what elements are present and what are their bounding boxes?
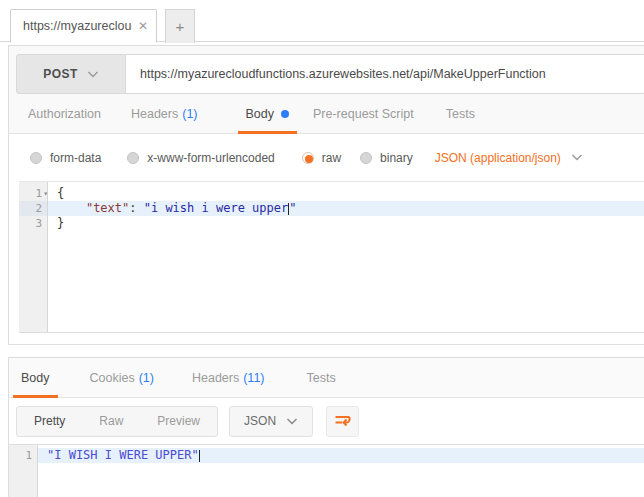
tab-label: Headers <box>131 107 178 121</box>
plus-icon: + <box>176 18 185 35</box>
body-type-selector: form-data x-www-form-urlencoded raw bina… <box>9 134 644 181</box>
json-string-close-quote: " <box>289 201 296 215</box>
radio-x-www-form-urlencoded[interactable]: x-www-form-urlencoded <box>127 151 274 165</box>
json-string-value: "i wish i were upper <box>144 201 289 215</box>
request-builder-panel: POST https://myazurecloudfunctions.azure… <box>8 45 644 345</box>
request-tab-bar: https://myazurecloud ✕ + <box>0 0 644 42</box>
response-tab-tests[interactable]: Tests <box>307 358 336 397</box>
radio-label: raw <box>322 151 341 165</box>
tab-body[interactable]: Body <box>246 94 290 133</box>
tab-count: (1) <box>182 107 197 121</box>
tab-authorization[interactable]: Authorization <box>28 94 101 133</box>
code-line-active: "text": "i wish i were upper" <box>48 201 644 216</box>
wrap-text-icon <box>334 414 351 429</box>
radio-icon <box>127 152 139 164</box>
response-tabs: Body Cookies (1) Headers (11) Tests <box>9 358 644 398</box>
tab-label: Authorization <box>28 107 101 121</box>
content-type-label: JSON (application/json) <box>435 151 561 165</box>
radio-selected-icon <box>302 152 314 164</box>
response-line: "I WISH I WERE UPPER" <box>38 448 644 463</box>
json-string-value: "I WISH I WERE UPPER" <box>47 448 199 462</box>
line-number: 3 <box>19 216 47 231</box>
radio-icon <box>360 152 372 164</box>
view-mode-group: Pretty Raw Preview <box>16 406 218 437</box>
tab-count: (1) <box>139 371 154 385</box>
text-cursor <box>199 450 200 462</box>
url-input[interactable]: https://myazurecloudfunctions.azurewebsi… <box>125 55 644 93</box>
request-tab-title: https://myazurecloud <box>23 19 132 33</box>
line-number: 1 <box>9 448 37 463</box>
content-type-dropdown[interactable]: JSON (application/json) <box>435 151 583 165</box>
response-tab-cookies[interactable]: Cookies (1) <box>90 358 154 397</box>
url-text: https://myazurecloudfunctions.azurewebsi… <box>140 67 546 81</box>
editor-code-area[interactable]: { "text": "i wish i were upper" } <box>48 182 644 332</box>
line-number: 2 <box>19 201 47 216</box>
method-dropdown[interactable]: POST <box>17 55 125 93</box>
request-body-editor[interactable]: 1 ▾ 2 3 { "text": "i wish i were upper" … <box>19 181 644 333</box>
response-tab-body[interactable]: Body <box>21 358 50 397</box>
chevron-down-icon <box>286 418 298 425</box>
response-code-area: "I WISH I WERE UPPER" <box>38 445 644 497</box>
format-label: JSON <box>244 414 276 428</box>
chevron-down-icon <box>87 71 99 78</box>
raw-button[interactable]: Raw <box>82 407 140 436</box>
url-bar: POST https://myazurecloudfunctions.azure… <box>16 54 644 94</box>
tab-label: Tests <box>307 371 336 385</box>
radio-form-data[interactable]: form-data <box>30 151 101 165</box>
line-number: 1 ▾ <box>19 186 47 201</box>
body-modified-dot-icon <box>281 110 289 118</box>
request-header: POST https://myazurecloudfunctions.azure… <box>9 46 644 134</box>
method-label: POST <box>43 67 78 81</box>
radio-label: form-data <box>50 151 101 165</box>
radio-label: binary <box>380 151 413 165</box>
response-body-viewer[interactable]: 1 "I WISH I WERE UPPER" <box>9 444 644 497</box>
tab-headers[interactable]: Headers (1) <box>131 94 198 133</box>
wrap-text-button[interactable] <box>326 406 359 437</box>
tab-tests[interactable]: Tests <box>446 94 475 133</box>
open-request-tab[interactable]: https://myazurecloud ✕ <box>10 9 157 43</box>
chevron-down-icon <box>571 154 583 161</box>
preview-button[interactable]: Preview <box>140 407 217 436</box>
response-panel: Body Cookies (1) Headers (11) Tests Pret… <box>8 357 644 497</box>
radio-label: x-www-form-urlencoded <box>147 151 274 165</box>
code-line: } <box>48 216 644 231</box>
radio-raw[interactable]: raw <box>302 151 341 165</box>
tab-label: Tests <box>446 107 475 121</box>
tab-label: Cookies <box>90 371 135 385</box>
fold-arrow-icon[interactable]: ▾ <box>43 186 48 201</box>
tab-label: Pre-request Script <box>313 107 414 121</box>
request-tabs: Authorization Headers (1) Body Pre-reque… <box>16 94 644 133</box>
response-toolbar: Pretty Raw Preview JSON <box>9 398 644 444</box>
tab-label: Headers <box>192 371 239 385</box>
radio-icon <box>30 152 42 164</box>
pretty-button[interactable]: Pretty <box>17 407 82 436</box>
new-tab-button[interactable]: + <box>165 9 195 43</box>
editor-gutter: 1 <box>9 445 38 497</box>
code-line: { <box>48 186 644 201</box>
tab-pre-request-script[interactable]: Pre-request Script <box>313 94 414 133</box>
tab-label: Body <box>21 371 50 385</box>
close-icon[interactable]: ✕ <box>138 19 148 33</box>
json-key: "text" <box>86 201 129 215</box>
radio-binary[interactable]: binary <box>360 151 413 165</box>
tab-count: (11) <box>243 371 264 385</box>
tab-label: Body <box>246 107 275 121</box>
editor-gutter: 1 ▾ 2 3 <box>19 182 48 332</box>
response-tab-headers[interactable]: Headers (11) <box>192 358 265 397</box>
response-format-dropdown[interactable]: JSON <box>229 406 313 437</box>
